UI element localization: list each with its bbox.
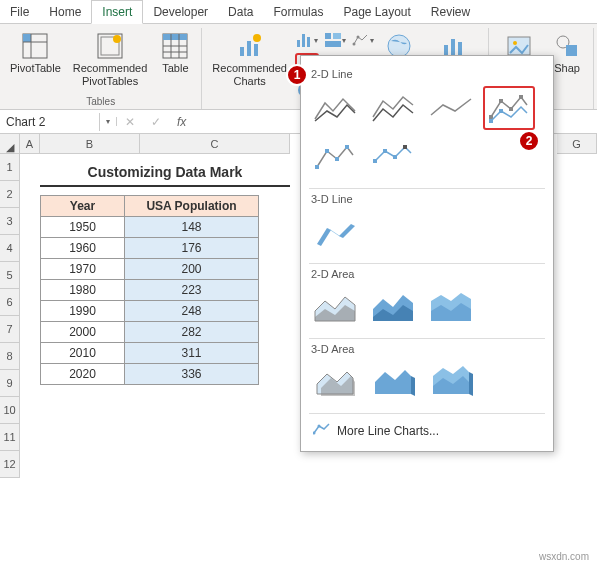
waterfall-chart-button[interactable]: ▾ — [351, 28, 375, 52]
svg-point-61 — [318, 425, 321, 428]
tab-insert[interactable]: Insert — [91, 0, 143, 24]
column-chart-button[interactable]: ▾ — [295, 28, 319, 52]
svg-rect-23 — [325, 41, 341, 47]
svg-point-43 — [513, 41, 517, 45]
svg-rect-53 — [325, 149, 329, 153]
area-2d-option-1[interactable] — [309, 286, 361, 330]
cell[interactable]: 336 — [125, 364, 259, 385]
tab-file[interactable]: File — [0, 1, 39, 23]
tables-group-label: Tables — [86, 96, 115, 109]
cell[interactable]: 176 — [125, 238, 259, 259]
cell[interactable]: 1980 — [41, 280, 125, 301]
row-header[interactable]: 2 — [0, 181, 20, 208]
line-3d-option[interactable] — [309, 211, 361, 255]
cell[interactable]: 200 — [125, 259, 259, 280]
cell[interactable]: 1990 — [41, 301, 125, 322]
col-header[interactable]: A — [20, 134, 40, 154]
cell[interactable]: 1970 — [41, 259, 125, 280]
row-header[interactable]: 8 — [0, 343, 20, 370]
tab-pagelayout[interactable]: Page Layout — [333, 1, 420, 23]
section-2d-area-label: 2-D Area — [311, 268, 543, 280]
cell[interactable]: 1950 — [41, 217, 125, 238]
watermark: wsxdn.com — [539, 551, 589, 562]
ribbon-tabs: File Home Insert Developer Data Formulas… — [0, 0, 597, 24]
row-header[interactable]: 4 — [0, 235, 20, 262]
select-all-cell[interactable]: ◢ — [0, 134, 20, 154]
name-box[interactable]: Chart 2 — [0, 113, 100, 131]
area-2d-option-2[interactable] — [367, 286, 419, 330]
svg-rect-58 — [393, 155, 397, 159]
svg-rect-17 — [297, 40, 300, 47]
line-chart-dropdown: 2-D Line 3-D Line 2-D Area 3-D Area More… — [300, 55, 554, 452]
area-3d-option-2[interactable] — [367, 361, 419, 405]
more-line-charts-button[interactable]: More Line Charts... — [309, 418, 545, 443]
sheet-title[interactable]: Customizing Data Mark — [40, 160, 290, 187]
tab-data[interactable]: Data — [218, 1, 263, 23]
cell[interactable]: 2010 — [41, 343, 125, 364]
svg-rect-46 — [489, 115, 493, 119]
recommended-pivottables-button[interactable]: Recommended PivotTables — [69, 28, 152, 90]
svg-rect-49 — [519, 95, 523, 99]
svg-rect-39 — [444, 45, 448, 55]
svg-rect-47 — [499, 99, 503, 103]
section-3d-line-label: 3-D Line — [311, 193, 543, 205]
svg-rect-54 — [335, 157, 339, 161]
tab-developer[interactable]: Developer — [143, 1, 218, 23]
row-header[interactable]: 3 — [0, 208, 20, 235]
tab-review[interactable]: Review — [421, 1, 480, 23]
svg-rect-55 — [345, 145, 349, 149]
svg-point-32 — [356, 36, 359, 39]
namebox-dropdown-icon[interactable]: ▾ — [100, 117, 117, 126]
cell[interactable]: 223 — [125, 280, 259, 301]
more-line-charts-icon — [313, 422, 331, 439]
line-chart-option-3[interactable] — [425, 86, 477, 130]
svg-rect-59 — [403, 145, 407, 149]
line-chart-option-2[interactable] — [367, 86, 419, 130]
col-header[interactable]: B — [40, 134, 140, 154]
table-button[interactable]: Table — [155, 28, 195, 77]
col-header[interactable]: C — [140, 134, 290, 154]
row-header[interactable]: 7 — [0, 316, 20, 343]
row-header[interactable]: 6 — [0, 289, 20, 316]
area-2d-option-3[interactable] — [425, 286, 477, 330]
row-header[interactable]: 9 — [0, 370, 20, 397]
row-header[interactable]: 1 — [0, 154, 20, 181]
pivottable-label: PivotTable — [10, 62, 61, 75]
line-chart-option-5[interactable] — [309, 136, 361, 180]
area-3d-option-1[interactable] — [309, 361, 361, 405]
fx-icon[interactable]: fx — [169, 115, 194, 129]
svg-rect-56 — [373, 159, 377, 163]
line-chart-option-1[interactable] — [309, 86, 361, 130]
recommended-charts-button[interactable]: Recommended Charts — [208, 28, 291, 90]
recommended-charts-label: Recommended Charts — [212, 62, 287, 88]
svg-rect-22 — [333, 33, 341, 39]
area-3d-option-3[interactable] — [425, 361, 477, 405]
col-header[interactable]: G — [557, 134, 597, 154]
svg-rect-41 — [458, 42, 462, 55]
fx-confirm-icon: ✓ — [143, 115, 169, 129]
line-chart-option-6[interactable] — [367, 136, 419, 180]
cell[interactable]: 1960 — [41, 238, 125, 259]
cell[interactable]: 148 — [125, 217, 259, 238]
hierarchy-chart-button[interactable]: ▾ — [323, 28, 347, 52]
row-header[interactable]: 10 — [0, 397, 20, 424]
row-header[interactable]: 5 — [0, 262, 20, 289]
tab-home[interactable]: Home — [39, 1, 91, 23]
cell[interactable]: 282 — [125, 322, 259, 343]
row-header[interactable]: 11 — [0, 424, 20, 451]
ribbon-group-tables: PivotTable Recommended PivotTables Table… — [0, 28, 202, 109]
tab-formulas[interactable]: Formulas — [263, 1, 333, 23]
table-header-year[interactable]: Year — [41, 196, 125, 217]
cell[interactable]: 248 — [125, 301, 259, 322]
cell[interactable]: 2000 — [41, 322, 125, 343]
cell[interactable]: 311 — [125, 343, 259, 364]
svg-rect-45 — [566, 45, 577, 56]
line-chart-markers-option[interactable] — [483, 86, 535, 130]
row-header[interactable]: 12 — [0, 451, 20, 478]
recommended-pivottables-label: Recommended PivotTables — [73, 62, 148, 88]
pivottable-button[interactable]: PivotTable — [6, 28, 65, 77]
svg-point-6 — [113, 35, 121, 43]
svg-rect-57 — [383, 149, 387, 153]
table-header-pop[interactable]: USA Population — [125, 196, 259, 217]
cell[interactable]: 2020 — [41, 364, 125, 385]
